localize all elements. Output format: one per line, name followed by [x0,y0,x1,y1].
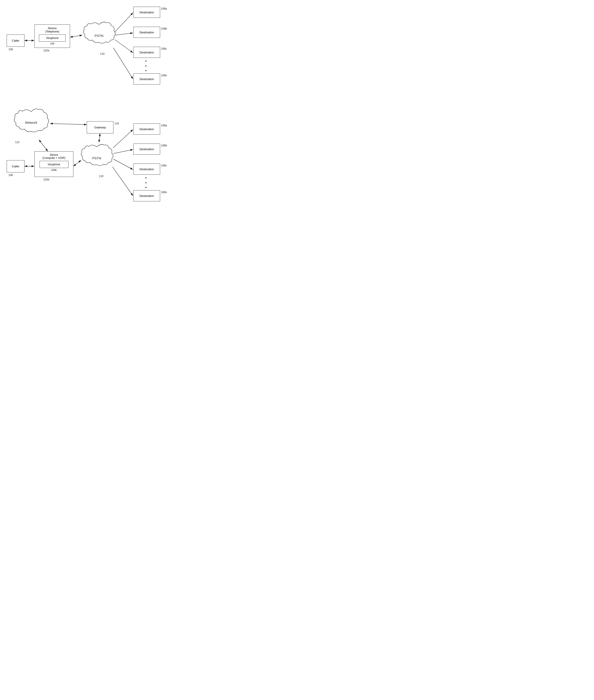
gateway-box: Gateway [87,121,113,133]
dest-label-bottom-b: Destination [139,148,154,151]
diagram-container: Caller 106 Device(Telephone) Visuphone 1… [0,0,189,223]
dest-box-top-a: Destination [133,7,160,18]
device-label-bottom: Device(Computer + VOIP) [42,153,65,160]
caller-ref-top: 106 [8,48,13,51]
dest-label-top-b: Destination [139,31,154,34]
network-cloud: Network [13,107,49,139]
visuphone-label-top: Visuphone [46,36,59,40]
caller-label-top: Caller [12,39,19,42]
arrow-pstn-dest-a-bottom [113,129,133,148]
dots-top: ••• [145,59,147,73]
dest-box-top-c: Destination [133,47,160,58]
caller-ref-bottom: 106 [8,173,13,177]
dest-box-top-b: Destination [133,27,160,38]
pstn-cloud-top: PSTN [82,20,116,51]
dest-label-bottom-a: Destination [139,127,154,131]
arrow-pstn-dest-n-top [113,48,133,79]
dest-box-bottom-n: Destination [133,190,160,201]
dest-box-bottom-b: Destination [133,144,160,155]
gateway-label: Gateway [94,126,106,129]
pstn-ref-bottom: 110 [99,175,103,178]
dest-box-top-n: Destination [133,73,160,85]
visuphone-ref-top: 104 [50,42,54,45]
caller-box-bottom: Caller [7,160,25,172]
arrow-gateway-pstn-bottom [99,133,100,142]
dots-bottom: ••• [145,176,147,190]
caller-box-top: Caller [7,34,25,47]
arrow-network-device-bottom [39,140,48,151]
pstn-label-bottom: PSTN [92,156,101,160]
gateway-ref: 116 [114,122,119,125]
visuphone-box-top: Visuphone [39,34,66,42]
network-ref: 112 [15,140,20,144]
dest-ref-bottom-b: 108b [161,144,167,147]
arrow-pstn-dest-n-bottom [112,167,133,196]
dest-label-top-a: Destination [139,11,154,14]
dest-ref-top-n: 108n [161,74,167,77]
arrow-pstn-dest-b-top [115,33,133,35]
device-ref-top: 102a [43,49,50,52]
dest-box-bottom-c: Destination [133,163,160,175]
dest-label-top-c: Destination [139,51,154,54]
dest-ref-bottom-a: 108a [161,124,167,127]
arrow-network-gateway [50,124,87,125]
dest-label-top-n: Destination [139,77,154,81]
arrow-pstn-dest-b-bottom [113,150,133,154]
dest-label-bottom-n: Destination [139,194,154,198]
dest-ref-bottom-n: 108n [161,191,167,194]
dest-ref-bottom-c: 108c [161,164,167,167]
dest-ref-top-b: 108b [161,27,167,30]
dest-ref-top-a: 108a [161,7,167,10]
visuphone-ref-bottom: 104b [51,169,57,171]
arrow-device-pstn-top [70,35,82,37]
device-ref-bottom: 102b [43,178,50,181]
caller-label-bottom: Caller [12,165,19,168]
device-box-top: Device(Telephone) Visuphone 104 [34,25,70,48]
device-box-bottom: Device(Computer + VOIP) Visuphone 104b [34,151,73,177]
dest-ref-top-c: 108c [161,47,167,50]
pstn-label-top: PSTN [95,34,103,38]
pstn-cloud-bottom: PSTN [80,142,113,173]
dest-box-bottom-a: Destination [133,124,160,135]
network-label: Network [25,120,37,124]
arrow-pstn-dest-c-bottom [113,159,133,169]
pstn-ref-top: 110 [100,52,104,55]
visuphone-label-bottom: Visuphone [47,163,60,166]
arrow-pstn-dest-c-top [115,40,133,53]
arrow-pstn-dest-a-top [114,13,133,32]
dest-label-bottom-c: Destination [139,167,154,171]
device-label-top: Device(Telephone) [45,27,59,33]
visuphone-box-bottom: Visuphone [40,161,68,168]
